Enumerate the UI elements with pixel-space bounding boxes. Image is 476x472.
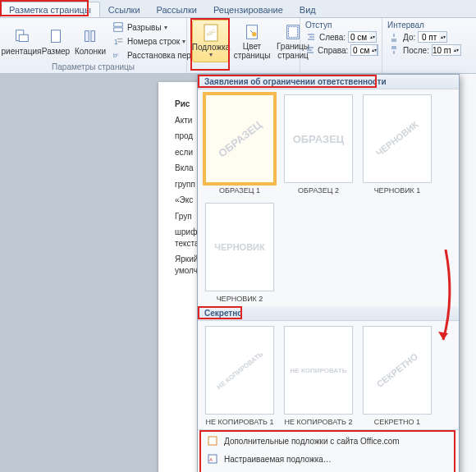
watermark-text: ОБРАЗЕЦ — [216, 118, 264, 159]
spacing-after-spinner[interactable]: После: ▴▾ — [387, 44, 468, 57]
tab-view[interactable]: Вид — [291, 2, 324, 17]
svg-rect-4 — [91, 30, 95, 41]
indent-left-icon — [305, 30, 317, 44]
svg-text:bᶜ: bᶜ — [113, 52, 119, 59]
chevron-down-icon: ▾ — [209, 52, 213, 59]
line-numbers-label: Номера строк — [127, 37, 180, 46]
indent-right-label: Справа: — [318, 46, 348, 55]
line-numbers-icon: 1 — [112, 34, 125, 48]
size-label: Размер — [42, 47, 70, 56]
indent-right-spinner[interactable]: Справа: ▴▾ — [305, 44, 377, 57]
svg-rect-6 — [114, 28, 123, 31]
spacing-after-icon — [387, 44, 400, 57]
thumb-label: ОБРАЗЕЦ 1 — [219, 186, 260, 196]
menu-remove-watermark[interactable]: Удалить подложку — [198, 468, 459, 472]
columns-label: Колонки — [75, 47, 106, 56]
watermark-button[interactable]: ABC Подложка ▾ — [192, 20, 230, 62]
watermark-thumb-obrazec2[interactable]: ОБРАЗЕЦ ОБРАЗЕЦ 2 — [283, 94, 354, 196]
tab-references[interactable]: Ссылки — [100, 2, 149, 17]
spinner-arrows[interactable]: ▴▾ — [372, 44, 378, 56]
group-label-page-setup: Параметры страницы — [0, 62, 186, 73]
svg-text:A: A — [209, 457, 213, 462]
watermark-text: ОБРАЗЕЦ — [293, 133, 345, 145]
orientation-icon — [11, 27, 31, 47]
page-color-label: Цвет страницы — [234, 42, 271, 60]
thumb-label: ЧЕРНОВИК 1 — [374, 186, 421, 196]
svg-rect-1 — [19, 34, 28, 41]
spacing-before-label: До: — [403, 33, 415, 42]
breaks-label: Разрывы — [127, 23, 162, 32]
svg-text:1: 1 — [114, 38, 118, 46]
watermark-thumb-secret1[interactable]: СЕКРЕТНО СЕКРЕТНО 1 — [362, 326, 433, 428]
watermark-thumb-nocopy2[interactable]: НЕ КОПИРОВАТЬ НЕ КОПИРОВАТЬ 2 — [283, 326, 354, 428]
ribbon-tabs: Разметка страницы Ссылки Рассылки Реценз… — [0, 0, 476, 18]
columns-button[interactable]: Колонки — [74, 20, 107, 62]
page-color-icon — [242, 22, 262, 42]
spacner-arrows[interactable]: ▴▾ — [453, 44, 461, 56]
hyphenation-icon: bᶜ — [112, 48, 125, 62]
breaks-icon — [112, 21, 125, 34]
gallery-section-disclaimers: Заявления об ограничении ответственности — [198, 75, 459, 89]
svg-rect-17 — [208, 437, 217, 445]
orientation-button[interactable]: риентация — [5, 20, 38, 62]
ribbon: риентация Размер Колонки Разры — [0, 18, 476, 74]
watermark-thumb-nocopy1[interactable]: НЕ КОПИРОВАТЬ НЕ КОПИРОВАТЬ 1 — [204, 326, 275, 428]
watermark-thumb-obrazec1[interactable]: ОБРАЗЕЦ ОБРАЗЕЦ 1 — [204, 94, 275, 196]
thumb-label: НЕ КОПИРОВАТЬ 2 — [285, 418, 353, 428]
chevron-down-icon: ▾ — [182, 38, 185, 45]
spacing-before-spinner[interactable]: До: ▴▾ — [387, 30, 468, 44]
size-button[interactable]: Размер — [41, 20, 71, 62]
menu-custom-watermark[interactable]: A Настраиваемая подложка… — [198, 450, 459, 468]
indent-left-spinner[interactable]: Слева: ▴▾ — [305, 30, 377, 44]
thumb-label: СЕКРЕТНО 1 — [374, 418, 420, 428]
thumb-label: ОБРАЗЕЦ 2 — [298, 186, 339, 196]
chevron-down-icon: ▾ — [164, 24, 167, 31]
watermark-gallery-popup: Заявления об ограничении ответственности… — [197, 74, 460, 472]
svg-rect-3 — [85, 30, 89, 41]
spacing-group-label: Интервал — [387, 20, 468, 30]
svg-rect-5 — [114, 23, 123, 26]
indent-group-label: Отступ — [305, 20, 377, 30]
columns-icon — [80, 27, 100, 47]
custom-watermark-icon: A — [206, 452, 219, 465]
menu-label: Настраиваемая подложка… — [224, 455, 332, 464]
svg-point-14 — [252, 32, 257, 37]
svg-rect-2 — [52, 30, 61, 42]
thumb-label: НЕ КОПИРОВАТЬ 1 — [206, 418, 274, 428]
gallery-section-secret: Секретно — [198, 306, 459, 321]
spinner-arrows[interactable]: ▴▾ — [369, 31, 377, 43]
thumb-label: ЧЕРНОВИК 2 — [217, 295, 263, 305]
tab-mailings[interactable]: Рассылки — [149, 2, 205, 17]
office-icon — [206, 434, 219, 447]
watermark-thumb-chernovik1[interactable]: ЧЕРНОВИК ЧЕРНОВИК 1 — [362, 94, 433, 196]
page-color-button[interactable]: Цвет страницы — [233, 20, 271, 62]
spinner-arrows[interactable]: ▴▾ — [439, 31, 447, 43]
menu-label: Дополнительные подложки с сайта Office.c… — [224, 437, 400, 446]
watermark-icon: ABC — [201, 23, 221, 43]
watermark-text: НЕ КОПИРОВАТЬ — [291, 367, 347, 374]
tab-page-layout[interactable]: Разметка страницы — [0, 2, 100, 17]
watermark-text: ЧЕРНОВИК — [374, 119, 420, 158]
spacing-before-icon — [387, 30, 400, 44]
watermark-thumb-chernovik2[interactable]: ЧЕРНОВИК ЧЕРНОВИК 2 — [204, 203, 275, 305]
indent-right-icon — [305, 44, 315, 57]
size-icon — [46, 27, 66, 47]
watermark-text: НЕ КОПИРОВАТЬ — [215, 350, 264, 390]
watermark-text: СЕКРЕТНО — [375, 351, 420, 389]
watermark-text: ЧЕРНОВИК — [214, 242, 264, 252]
spacing-after-label: После: — [403, 46, 429, 55]
orientation-label: риентация — [2, 47, 42, 56]
indent-left-label: Слева: — [319, 33, 346, 42]
menu-more-office[interactable]: Дополнительные подложки с сайта Office.c… — [198, 432, 459, 450]
tab-review[interactable]: Рецензирование — [205, 2, 291, 17]
